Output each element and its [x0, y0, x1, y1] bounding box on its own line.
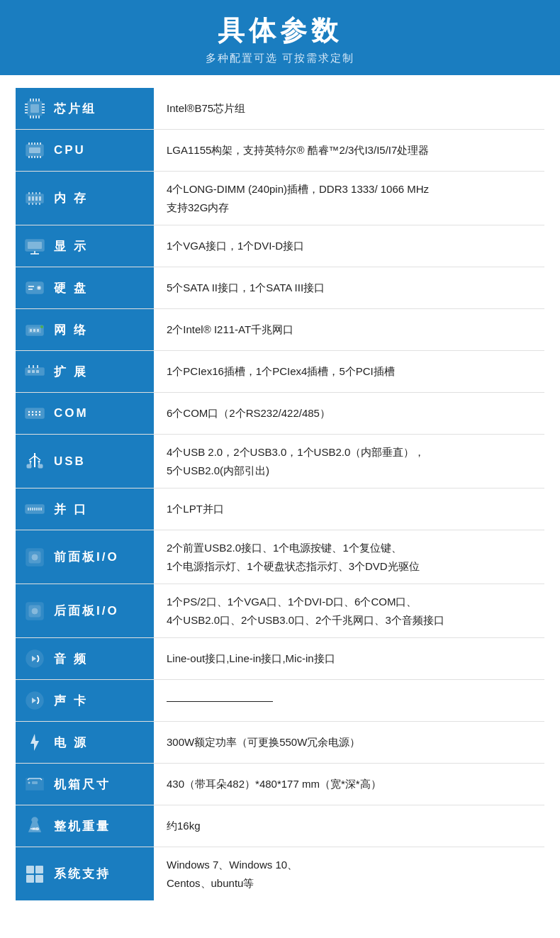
label-text-rear-io: 后面板I/O [54, 603, 119, 619]
value-cell-front-io: 2个前置USB2.0接口、1个电源按键、1个复位键、1个电源指示灯、1个硬盘状态… [154, 530, 544, 584]
svg-point-57 [40, 325, 43, 328]
soundcard-icon [21, 687, 48, 714]
spec-table: 芯片组Intel®B75芯片组 CPULGA1155构架，支持英特尔® 酷睿™2… [16, 88, 544, 900]
value-cell-cpu: LGA1155构架，支持英特尔® 酷睿™2/3代I3/I5/I7处理器 [154, 130, 544, 172]
table-row: 并 口1个LPT并口 [16, 488, 544, 530]
label-cell-weight: KG 整机重量 [16, 805, 154, 847]
label-text-display: 显 示 [54, 238, 88, 255]
table-row: 音 频Line-out接口,Line-in接口,Mic-in接口 [16, 638, 544, 680]
com-icon [21, 400, 48, 427]
value-cell-parallel: 1个LPT并口 [154, 488, 544, 530]
svg-rect-1 [30, 104, 39, 113]
svg-point-71 [32, 414, 33, 415]
value-cell-network: 2个Intel® I211-AT千兆网口 [154, 309, 544, 351]
value-cell-os: Windows 7、Windows 10、Centos、ubuntu等 [154, 847, 544, 901]
svg-rect-54 [30, 329, 32, 332]
table-row: 声 卡—————————— [16, 680, 544, 722]
audio-icon [21, 645, 48, 672]
value-cell-chassis: 430（带耳朵482）*480*177 mm（宽*深*高） [154, 764, 544, 805]
svg-rect-75 [38, 464, 43, 468]
label-cell-harddisk: 硬 盘 [16, 267, 154, 309]
page-subtitle: 多种配置可选 可按需求定制 [14, 52, 546, 65]
label-text-os: 系统支持 [54, 866, 111, 882]
value-cell-memory: 4个LONG-DIMM (240pin)插槽，DDR3 1333/ 1066 M… [154, 172, 544, 225]
label-text-soundcard: 声 卡 [54, 693, 88, 709]
table-row: 电 源300W额定功率（可更换550W冗余电源） [16, 722, 544, 764]
svg-point-67 [32, 411, 33, 413]
label-text-network: 网 络 [54, 322, 88, 338]
svg-rect-74 [27, 464, 31, 468]
label-text-memory: 内 存 [54, 190, 88, 206]
label-text-weight: 整机重量 [54, 818, 111, 834]
chassis-icon [21, 771, 48, 798]
svg-point-77 [38, 460, 40, 462]
table-row: 芯片组Intel®B75芯片组 [16, 88, 544, 130]
svg-rect-61 [36, 370, 39, 373]
label-cell-parallel: 并 口 [16, 488, 154, 530]
label-cell-network: 网 络 [16, 309, 154, 351]
svg-rect-103 [35, 875, 43, 883]
label-text-front-io: 前面板I/O [54, 549, 119, 565]
label-text-cpu: CPU [54, 143, 86, 157]
value-cell-harddisk: 5个SATA II接口，1个SATA III接口 [154, 267, 544, 309]
svg-point-72 [35, 414, 37, 415]
svg-text:KG: KG [33, 827, 39, 831]
table-row: 前面板I/O2个前置USB2.0接口、1个电源按键、1个复位键、1个电源指示灯、… [16, 530, 544, 584]
table-row: 内 存4个LONG-DIMM (240pin)插槽，DDR3 1333/ 106… [16, 172, 544, 225]
value-cell-weight: 约16kg [154, 805, 544, 847]
svg-rect-97 [32, 781, 38, 784]
svg-point-69 [39, 411, 40, 413]
svg-point-68 [35, 411, 37, 413]
svg-point-90 [32, 554, 38, 560]
table-row: COM6个COM口（2个RS232/422/485） [16, 393, 544, 435]
svg-rect-59 [28, 370, 30, 373]
svg-point-49 [38, 287, 40, 289]
label-cell-expansion: 扩 展 [16, 351, 154, 393]
svg-point-76 [30, 460, 32, 462]
svg-rect-101 [35, 866, 43, 873]
weight-icon: KG [21, 813, 48, 839]
svg-point-70 [28, 414, 30, 415]
page-title: 具体参数 [14, 13, 546, 49]
table-row: KG 整机重量约16kg [16, 805, 544, 847]
label-cell-rear-io: 后面板I/O [16, 584, 154, 638]
svg-rect-33 [35, 196, 38, 201]
label-text-power: 电 源 [54, 735, 88, 751]
value-cell-power: 300W额定功率（可更换550W冗余电源） [154, 722, 544, 764]
table-row: 网 络2个Intel® I211-AT千兆网口 [16, 309, 544, 351]
label-cell-soundcard: 声 卡 [16, 680, 154, 722]
svg-rect-60 [32, 370, 35, 373]
table-row: 机箱尺寸430（带耳朵482）*480*177 mm（宽*深*高） [16, 764, 544, 805]
label-cell-audio: 音 频 [16, 638, 154, 680]
table-row: 系统支持Windows 7、Windows 10、Centos、ubuntu等 [16, 847, 544, 901]
svg-rect-31 [28, 196, 30, 201]
value-cell-com: 6个COM口（2个RS232/422/485） [154, 393, 544, 435]
table-row: 扩 展1个PCIex16插槽，1个PCIex4插槽，5个PCI插槽 [16, 351, 544, 393]
table-row: 硬 盘5个SATA II接口，1个SATA III接口 [16, 267, 544, 309]
value-cell-expansion: 1个PCIex16插槽，1个PCIex4插槽，5个PCI插槽 [154, 351, 544, 393]
label-cell-power: 电 源 [16, 722, 154, 764]
chipset-icon [21, 95, 48, 122]
label-text-usb: USB [54, 454, 86, 469]
table-row: USB4个USB 2.0，2个USB3.0，1个USB2.0（内部垂直），5个U… [16, 435, 544, 488]
rear-io-icon [21, 598, 48, 625]
label-cell-os: 系统支持 [16, 847, 154, 901]
value-cell-chipset: Intel®B75芯片组 [154, 88, 544, 130]
svg-rect-100 [26, 866, 34, 873]
svg-rect-56 [37, 329, 39, 332]
cpu-icon [21, 137, 48, 164]
front-io-icon [21, 544, 48, 571]
os-icon [21, 861, 48, 888]
display-icon [21, 233, 48, 259]
page-wrapper: 具体参数 多种配置可选 可按需求定制 芯片组Intel®B75芯片组 [0, 0, 560, 938]
label-text-parallel: 并 口 [54, 501, 88, 518]
svg-point-96 [28, 782, 30, 784]
expansion-icon [21, 358, 48, 385]
value-cell-display: 1个VGA接口，1个DVI-D接口 [154, 225, 544, 267]
label-text-chassis: 机箱尺寸 [54, 776, 111, 793]
network-icon [21, 316, 48, 343]
label-cell-memory: 内 存 [16, 172, 154, 225]
power-icon [21, 729, 48, 756]
svg-point-73 [39, 414, 40, 415]
label-cell-chassis: 机箱尺寸 [16, 764, 154, 805]
